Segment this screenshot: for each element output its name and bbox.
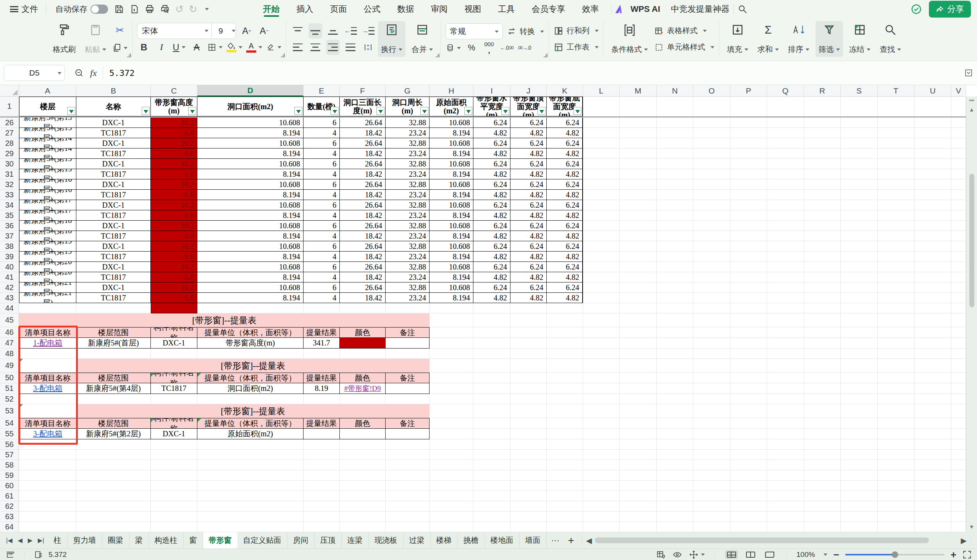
cell-C31[interactable]: 6.8 <box>151 169 197 179</box>
cell-H37[interactable]: 8.194 <box>430 231 473 241</box>
cell-A58[interactable] <box>19 460 77 470</box>
cell-S39[interactable] <box>841 252 878 262</box>
cell-B47[interactable]: 新康府5#(首层) <box>77 338 151 348</box>
cell-J38[interactable]: 6.24 <box>510 241 547 252</box>
cell-Q36[interactable] <box>767 221 804 231</box>
cell-S47[interactable] <box>841 338 878 348</box>
column-header-M[interactable]: M <box>620 85 657 97</box>
cell-I47[interactable] <box>473 338 510 348</box>
column-header-U[interactable]: U <box>914 85 951 97</box>
cell-K62[interactable] <box>547 501 583 512</box>
cell-K60[interactable] <box>547 481 583 491</box>
cell-I55[interactable] <box>473 429 510 439</box>
cell-C50[interactable]: 构件/材料名称 <box>151 373 197 383</box>
share-button[interactable]: 分享 <box>929 1 971 18</box>
cell-Q47[interactable] <box>767 338 804 348</box>
cell-P45[interactable] <box>730 313 767 327</box>
last-sheet-icon[interactable]: ▶| <box>38 537 44 544</box>
cell-Q51[interactable] <box>767 383 804 394</box>
decrease-font-icon[interactable]: A− <box>257 23 271 38</box>
cell-P27[interactable] <box>730 128 767 138</box>
cell-I52[interactable] <box>473 394 510 404</box>
cell-G48[interactable] <box>386 348 430 359</box>
cell-U39[interactable] <box>914 252 951 262</box>
cell-I45[interactable] <box>473 313 510 327</box>
row-header-64[interactable]: 64 <box>0 522 19 532</box>
sheet-tab-8[interactable]: 房间 <box>287 532 315 548</box>
cell-P30[interactable] <box>730 159 767 169</box>
cell-S31[interactable] <box>841 169 878 179</box>
cell-C57[interactable] <box>151 450 197 460</box>
cell-S56[interactable] <box>841 439 878 450</box>
cell-D39[interactable]: 8.194 <box>197 252 303 262</box>
cell-D26[interactable]: 10.608 <box>197 118 303 128</box>
cell-T63[interactable] <box>878 512 914 522</box>
cell-L54[interactable] <box>583 418 620 429</box>
cell-M57[interactable] <box>620 450 657 460</box>
cell-G51[interactable] <box>386 383 430 394</box>
cell-S43[interactable] <box>841 293 878 303</box>
cell-I62[interactable] <box>473 501 510 512</box>
cell-R63[interactable] <box>804 512 841 522</box>
cell-V30[interactable] <box>951 159 966 169</box>
conditional-format-button[interactable]: 条件格式 <box>608 21 651 57</box>
cell-F55[interactable] <box>340 429 386 439</box>
cell-O47[interactable] <box>694 338 730 348</box>
cell-A32[interactable]: 新康府5#(第16层) <box>19 179 77 190</box>
cell-Q63[interactable] <box>767 512 804 522</box>
cell-M1[interactable] <box>620 97 657 117</box>
cell-C46[interactable]: 构件/材料名称 <box>151 327 197 338</box>
cell-F44[interactable] <box>340 303 386 313</box>
zoom-dropdown-icon[interactable] <box>824 553 827 558</box>
cell-P63[interactable] <box>730 512 767 522</box>
cell-D32[interactable]: 10.608 <box>197 179 303 190</box>
cell-D54[interactable]: 提量单位（体积，面积等） <box>197 418 303 429</box>
cell-K36[interactable]: 6.24 <box>547 221 583 231</box>
menu-tab-2[interactable]: 页面 <box>322 0 355 18</box>
cell-L61[interactable] <box>583 491 620 501</box>
cell-V40[interactable] <box>951 262 966 272</box>
cell-K42[interactable]: 6.24 <box>547 282 583 293</box>
sheet-tab-16[interactable]: 墙面 <box>520 532 547 548</box>
column-header-D[interactable]: D <box>197 85 303 97</box>
cell-F28[interactable]: 26.64 <box>340 138 386 148</box>
cell-J62[interactable] <box>510 501 547 512</box>
cell-L41[interactable] <box>583 272 620 282</box>
cell-E56[interactable] <box>303 439 340 450</box>
cell-J51[interactable] <box>510 383 547 394</box>
cell-R56[interactable] <box>804 439 841 450</box>
cell-P37[interactable] <box>730 231 767 241</box>
cell-P36[interactable] <box>730 221 767 231</box>
cell-U47[interactable] <box>914 338 951 348</box>
cell-C63[interactable] <box>151 512 197 522</box>
cell-C27[interactable]: 6.8 <box>151 128 197 138</box>
cell-L49[interactable] <box>583 359 620 373</box>
cell-E1[interactable]: 数量(樘) <box>303 97 340 117</box>
cell-Q64[interactable] <box>767 522 804 532</box>
cell-O52[interactable] <box>694 394 730 404</box>
cell-G31[interactable]: 23.24 <box>386 169 430 179</box>
cell-N34[interactable] <box>657 200 694 210</box>
row-header-47[interactable]: 47 <box>0 338 19 348</box>
column-header-T[interactable]: T <box>878 85 914 97</box>
cell-C59[interactable] <box>151 470 197 481</box>
file-menu-button[interactable]: 文件 <box>6 0 42 18</box>
cell-S63[interactable] <box>841 512 878 522</box>
cell-R33[interactable] <box>804 190 841 200</box>
filter-dropdown-button[interactable] <box>142 107 150 115</box>
cell-C29[interactable]: 6.8 <box>151 148 197 159</box>
cell-F46[interactable]: 颜色 <box>340 327 386 338</box>
cell-B63[interactable] <box>77 512 151 522</box>
horizontal-scroll-thumb[interactable] <box>595 537 929 543</box>
first-sheet-icon[interactable]: |◀ <box>6 537 12 544</box>
cell-A29[interactable]: 新康府5#(第14层) <box>19 148 77 159</box>
cell-J57[interactable] <box>510 450 547 460</box>
cell-O61[interactable] <box>694 491 730 501</box>
cell-B29[interactable]: TC1817 <box>77 148 151 159</box>
cell-R34[interactable] <box>804 200 841 210</box>
cell-P40[interactable] <box>730 262 767 272</box>
column-header-H[interactable]: H <box>430 85 473 97</box>
cell-R35[interactable] <box>804 210 841 221</box>
cell-A33[interactable]: 新康府5#(第16层) <box>19 190 77 200</box>
cell-R50[interactable] <box>804 373 841 383</box>
